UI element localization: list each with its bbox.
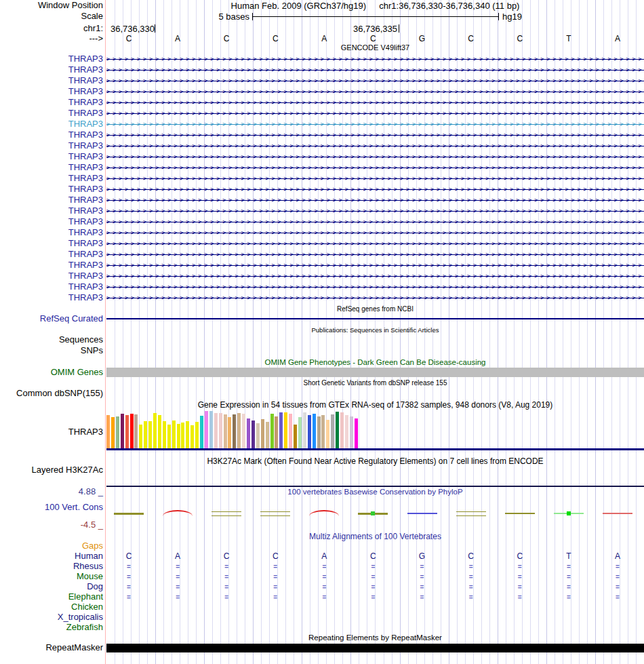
gencode-gene-label[interactable]: THRAP3 <box>0 109 103 118</box>
gtex-bar[interactable] <box>242 414 245 449</box>
gtex-bar[interactable] <box>209 411 213 449</box>
h3k27ac-label[interactable]: Layered H3K27Ac <box>0 465 103 475</box>
h3k27ac-track-title[interactable]: H3K27Ac Mark (Often Found Near Active Re… <box>106 456 644 466</box>
phylop-mark[interactable] <box>456 511 486 516</box>
gtex-bar[interactable] <box>270 414 274 449</box>
gencode-gene-label[interactable]: THRAP3 <box>0 206 103 216</box>
multiz-species-label-mouse[interactable]: Mouse <box>0 572 103 581</box>
gencode-gene-row[interactable]: >>>>>>>>>>>>>>>>>>>>>>>>>>>>>>>>>>>>>>>>… <box>106 164 644 172</box>
gtex-bar[interactable] <box>303 412 306 449</box>
gencode-gene-label[interactable]: THRAP3 <box>0 271 103 281</box>
gtex-bar[interactable] <box>308 415 311 449</box>
gencode-gene-label[interactable]: THRAP3 <box>0 76 103 85</box>
gtex-bar[interactable] <box>317 416 321 449</box>
gencode-gene-row[interactable]: >>>>>>>>>>>>>>>>>>>>>>>>>>>>>>>>>>>>>>>>… <box>106 186 644 193</box>
gtex-bar[interactable] <box>163 421 166 449</box>
phylop-mark[interactable] <box>114 513 144 515</box>
gencode-gene-row[interactable]: >>>>>>>>>>>>>>>>>>>>>>>>>>>>>>>>>>>>>>>>… <box>106 273 644 280</box>
gencode-gene-row[interactable]: >>>>>>>>>>>>>>>>>>>>>>>>>>>>>>>>>>>>>>>>… <box>106 175 644 182</box>
gencode-gene-label[interactable]: THRAP3 <box>0 98 103 107</box>
gencode-gene-label[interactable]: THRAP3 <box>0 228 103 237</box>
phylop-mark[interactable] <box>212 511 241 516</box>
gtex-bar[interactable] <box>289 414 292 449</box>
gencode-gene-row[interactable]: >>>>>>>>>>>>>>>>>>>>>>>>>>>>>>>>>>>>>>>>… <box>106 294 644 302</box>
gencode-gene-label[interactable]: THRAP3 <box>0 119 103 129</box>
gencode-gene-label[interactable]: THRAP3 <box>0 65 103 75</box>
repeatmasker-element-bar[interactable] <box>106 644 644 652</box>
multiz-species-label-elephant[interactable]: Elephant <box>0 592 103 602</box>
gencode-gene-row[interactable]: >>>>>>>>>>>>>>>>>>>>>>>>>>>>>>>>>>>>>>>>… <box>106 56 644 63</box>
gtex-bar[interactable] <box>116 416 119 449</box>
gtex-bar[interactable] <box>294 425 297 449</box>
gtex-bar[interactable] <box>153 413 157 449</box>
gtex-bar[interactable] <box>106 415 110 449</box>
gtex-bar[interactable] <box>148 421 152 449</box>
gencode-gene-row[interactable]: >>>>>>>>>>>>>>>>>>>>>>>>>>>>>>>>>>>>>>>>… <box>106 208 644 215</box>
gtex-bar[interactable] <box>158 415 161 449</box>
phylop-mark[interactable] <box>603 513 632 514</box>
publications-snps-label[interactable]: SNPs <box>0 346 103 355</box>
gtex-bar[interactable] <box>233 414 236 449</box>
multiz-species-label-human[interactable]: Human <box>0 551 103 561</box>
gtex-bar[interactable] <box>190 425 194 449</box>
gtex-gene-label[interactable]: THRAP3 <box>0 427 103 437</box>
gencode-gene-row[interactable]: >>>>>>>>>>>>>>>>>>>>>>>>>>>>>>>>>>>>>>>>… <box>106 142 644 150</box>
refseq-gene-line[interactable] <box>106 318 644 319</box>
gencode-gene-label[interactable]: THRAP3 <box>0 184 103 194</box>
multiz-species-label-dog[interactable]: Dog <box>0 582 103 591</box>
phylop-mark[interactable] <box>554 513 584 514</box>
gencode-gene-label[interactable]: THRAP3 <box>0 130 103 140</box>
gencode-gene-row[interactable]: >>>>>>>>>>>>>>>>>>>>>>>>>>>>>>>>>>>>>>>>… <box>106 77 644 85</box>
gencode-gene-row[interactable]: >>>>>>>>>>>>>>>>>>>>>>>>>>>>>>>>>>>>>>>>… <box>106 251 644 258</box>
gencode-gene-row[interactable]: >>>>>>>>>>>>>>>>>>>>>>>>>>>>>>>>>>>>>>>>… <box>106 262 644 269</box>
gencode-gene-label[interactable]: THRAP3 <box>0 195 103 205</box>
gtex-bar[interactable] <box>224 414 227 449</box>
gtex-bar[interactable] <box>125 415 129 449</box>
gtex-bar[interactable] <box>355 418 358 449</box>
gtex-bar[interactable] <box>195 422 199 449</box>
gencode-gene-row[interactable]: >>>>>>>>>>>>>>>>>>>>>>>>>>>>>>>>>>>>>>>>… <box>106 132 644 139</box>
gtex-bar[interactable] <box>214 413 218 449</box>
repeatmasker-track-title[interactable]: Repeating Elements by RepeatMasker <box>106 633 644 642</box>
gtex-bar[interactable] <box>139 425 142 449</box>
common-dbsnp-label[interactable]: Common dbSNP(155) <box>0 389 103 398</box>
gtex-bar[interactable] <box>284 412 287 449</box>
gencode-gene-label[interactable]: THRAP3 <box>0 87 103 96</box>
gencode-gene-label[interactable]: THRAP3 <box>0 163 103 172</box>
gtex-bar[interactable] <box>130 414 134 449</box>
gencode-gene-row[interactable]: >>>>>>>>>>>>>>>>>>>>>>>>>>>>>>>>>>>>>>>>… <box>106 240 644 248</box>
gtex-bar[interactable] <box>205 411 208 449</box>
gtex-bar[interactable] <box>219 413 222 449</box>
gtex-bar[interactable] <box>256 423 260 449</box>
gencode-track-title[interactable]: GENCODE V49lift37 <box>106 43 644 52</box>
gtex-bar[interactable] <box>340 412 344 449</box>
refseq-curated-label[interactable]: RefSeq Curated <box>0 314 103 324</box>
publications-track-title[interactable]: Publications: Sequences in Scientific Ar… <box>106 326 644 334</box>
gtex-bar[interactable] <box>237 413 241 449</box>
phylop-mark[interactable] <box>505 513 535 514</box>
gencode-gene-label[interactable]: THRAP3 <box>0 260 103 270</box>
gtex-bar[interactable] <box>111 417 115 449</box>
multiz-species-label-x_tropicalis[interactable]: X_tropicalis <box>0 612 103 622</box>
gencode-gene-row[interactable]: >>>>>>>>>>>>>>>>>>>>>>>>>>>>>>>>>>>>>>>>… <box>106 66 644 74</box>
gencode-gene-label[interactable]: THRAP3 <box>0 217 103 227</box>
gtex-bar[interactable] <box>345 415 348 449</box>
gtex-bar[interactable] <box>261 419 264 449</box>
gtex-bar[interactable] <box>247 418 250 449</box>
gencode-gene-row[interactable]: >>>>>>>>>>>>>>>>>>>>>>>>>>>>>>>>>>>>>>>>… <box>106 153 644 161</box>
gtex-bar[interactable] <box>350 416 353 449</box>
phylop-track-label[interactable]: 100 Vert. Cons <box>0 503 103 512</box>
gtex-bar[interactable] <box>321 415 325 449</box>
gencode-gene-label[interactable]: THRAP3 <box>0 293 103 302</box>
gencode-gene-row[interactable]: >>>>>>>>>>>>>>>>>>>>>>>>>>>>>>>>>>>>>>>>… <box>106 110 644 117</box>
phylop-mark[interactable] <box>407 513 437 514</box>
omim-gene-bar[interactable] <box>106 368 644 377</box>
gtex-bar[interactable] <box>181 423 184 449</box>
gtex-bar[interactable] <box>279 412 283 449</box>
gtex-bar[interactable] <box>228 417 231 449</box>
multiz-track-title[interactable]: Multiz Alignments of 100 Vertebrates <box>106 532 644 541</box>
gtex-bar[interactable] <box>275 416 278 449</box>
gtex-bar[interactable] <box>331 414 334 449</box>
dbsnp-track-title[interactable]: Short Genetic Variants from dbSNP releas… <box>106 379 644 387</box>
gencode-gene-row[interactable]: >>>>>>>>>>>>>>>>>>>>>>>>>>>>>>>>>>>>>>>>… <box>106 99 644 106</box>
